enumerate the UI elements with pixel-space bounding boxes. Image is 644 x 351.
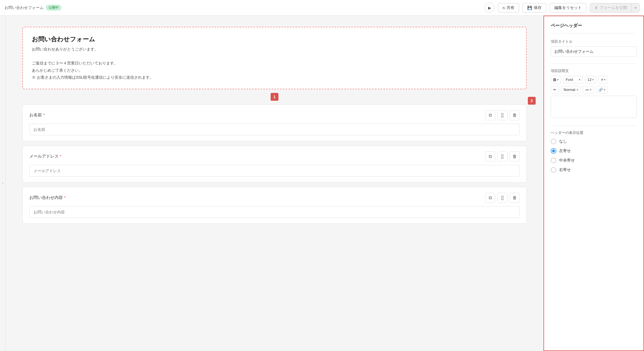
style-button[interactable]: Normal ▾ bbox=[561, 86, 581, 93]
bold-icon: B bbox=[553, 77, 556, 82]
radio-circle-right bbox=[551, 167, 556, 173]
field-label-name: お名前 * bbox=[29, 112, 45, 118]
duplicate-button-email[interactable]: ⧉ bbox=[485, 152, 495, 162]
form-description: お問い合わせありがとうございます。 ご返信までに３〜４営業日いただいております。… bbox=[32, 46, 517, 81]
field-header-name: お名前 * ⧉ ⣿ 🗑 bbox=[29, 110, 520, 120]
field-label-inquiry: お問い合わせ内容 * bbox=[29, 195, 66, 200]
field-actions-name: ⧉ ⣿ 🗑 bbox=[485, 110, 520, 120]
bold-chevron-icon: ▾ bbox=[557, 78, 559, 81]
link-icon: 🔗 bbox=[598, 88, 603, 92]
field-input-email[interactable] bbox=[29, 165, 520, 177]
position-option-right[interactable]: 右寄せ bbox=[551, 167, 637, 173]
breadcrumb: お問い合わせフォーム 公開中 bbox=[4, 5, 61, 11]
toolbar-row-1: B ▾ Font ▾ 12 ▾ ≡ ▾ bbox=[551, 76, 637, 84]
radio-label-center: 中央寄せ bbox=[559, 158, 575, 163]
font-label: Font bbox=[566, 78, 573, 82]
radio-circle-none bbox=[551, 139, 556, 144]
play-icon: ▶ bbox=[488, 6, 491, 10]
save-label: 保存 bbox=[534, 5, 542, 10]
drag-button-name[interactable]: ⣿ bbox=[497, 110, 507, 120]
upload-icon: ⬆ bbox=[595, 6, 598, 10]
style-chevron-icon: ▾ bbox=[577, 88, 578, 91]
reset-label: 編集をリセット bbox=[554, 5, 582, 10]
form-canvas: お問い合わせフォーム お問い合わせありがとうございます。 ご返信までに３〜４営業… bbox=[6, 16, 543, 351]
reset-button[interactable]: 編集をリセット bbox=[550, 3, 586, 13]
required-marker-email: * bbox=[60, 154, 61, 158]
item-title-label: 項目タイトル bbox=[551, 39, 637, 44]
font-button[interactable]: Font ▾ bbox=[563, 76, 583, 83]
align-icon: ≡ bbox=[601, 78, 603, 82]
duplicate-button-name[interactable]: ⧉ bbox=[485, 110, 495, 120]
form-title: お問い合わせフォーム bbox=[32, 35, 517, 44]
field-label-email: メールアドレス * bbox=[29, 154, 61, 159]
share-icon: ⎋ bbox=[503, 6, 505, 10]
item-desc-label: 項目説明文 bbox=[551, 68, 637, 73]
top-nav: お問い合わせフォーム 公開中 ▶ ⎋ 共有 💾 保存 編集をリセット ⬆ フォー… bbox=[0, 0, 644, 16]
link-button[interactable]: 🔗 ▾ bbox=[596, 86, 608, 93]
link-chevron-icon: ▾ bbox=[604, 88, 605, 91]
radio-label-none: なし bbox=[559, 139, 567, 144]
field-input-name[interactable] bbox=[29, 124, 520, 135]
left-sidebar-toggle[interactable]: ‹ bbox=[0, 16, 6, 351]
preview-button[interactable]: ▶ bbox=[485, 3, 495, 13]
item-desc-textarea[interactable] bbox=[551, 96, 637, 118]
delete-button-name[interactable]: 🗑 bbox=[510, 110, 520, 120]
field-input-inquiry[interactable] bbox=[29, 206, 520, 218]
list-chevron-icon: ▾ bbox=[590, 88, 591, 91]
publish-label: フォームを公開 bbox=[600, 5, 627, 10]
save-icon: 💾 bbox=[527, 6, 532, 10]
radio-circle-center bbox=[551, 158, 556, 163]
field-header-inquiry: お問い合わせ内容 * ⧉ ⣿ 🗑 bbox=[29, 193, 520, 203]
drag-button-inquiry[interactable]: ⣿ bbox=[497, 193, 507, 203]
style-label: Normal bbox=[564, 88, 575, 92]
share-button[interactable]: ⎋ 共有 bbox=[498, 3, 519, 13]
delete-button-email[interactable]: 🗑 bbox=[510, 152, 520, 162]
duplicate-button-inquiry[interactable]: ⧉ bbox=[485, 193, 495, 203]
align-button[interactable]: ≡ ▾ bbox=[598, 76, 608, 83]
publish-arrow-button[interactable]: ▾ bbox=[631, 4, 639, 12]
main-layout: ‹ お問い合わせフォーム お問い合わせありがとうございます。 ご返信までに３〜４… bbox=[0, 16, 644, 351]
share-label: 共有 bbox=[507, 5, 514, 10]
radio-label-right: 右寄せ bbox=[559, 167, 571, 172]
field-card-name: お名前 * ⧉ ⣿ 🗑 bbox=[22, 104, 527, 141]
bold-button[interactable]: B ▾ bbox=[551, 76, 561, 84]
edit-button[interactable]: ✏ bbox=[551, 86, 559, 93]
step-connector-1: 1 2 bbox=[22, 89, 527, 104]
radio-label-left: 左寄せ bbox=[559, 148, 571, 153]
field-actions-email: ⧉ ⣿ 🗑 bbox=[485, 152, 520, 162]
required-marker-name: * bbox=[43, 112, 45, 117]
field-card-email: メールアドレス * ⧉ ⣿ 🗑 bbox=[22, 146, 527, 182]
step-badge-2: 2 bbox=[528, 97, 536, 105]
drag-button-email[interactable]: ⣿ bbox=[497, 152, 507, 162]
list-button[interactable]: ≔ ▾ bbox=[583, 86, 594, 93]
field-header-email: メールアドレス * ⧉ ⣿ 🗑 bbox=[29, 152, 520, 162]
size-label: 12 bbox=[588, 78, 591, 82]
panel-title: ページヘッダー bbox=[551, 23, 637, 33]
toolbar-row-2: ✏ Normal ▾ ≔ ▾ 🔗 ▾ bbox=[551, 86, 637, 93]
delete-button-inquiry[interactable]: 🗑 bbox=[510, 193, 520, 203]
radio-circle-left bbox=[551, 148, 556, 154]
size-button[interactable]: 12 ▾ bbox=[585, 76, 596, 83]
step-badge-1: 1 bbox=[271, 93, 278, 101]
save-button[interactable]: 💾 保存 bbox=[523, 3, 546, 13]
form-header-block[interactable]: お問い合わせフォーム お問い合わせありがとうございます。 ご返信までに３〜４営業… bbox=[22, 27, 527, 89]
field-actions-inquiry: ⧉ ⣿ 🗑 bbox=[485, 193, 520, 203]
position-option-none[interactable]: なし bbox=[551, 139, 637, 144]
chevron-left-icon: ‹ bbox=[2, 181, 3, 185]
status-badge: 公開中 bbox=[46, 5, 61, 11]
font-chevron-icon: ▾ bbox=[579, 78, 580, 81]
edit-icon: ✏ bbox=[553, 88, 556, 92]
align-chevron-icon: ▾ bbox=[604, 78, 605, 81]
field-card-inquiry: お問い合わせ内容 * ⧉ ⣿ 🗑 bbox=[22, 187, 527, 224]
app-container: お問い合わせフォーム 公開中 ▶ ⎋ 共有 💾 保存 編集をリセット ⬆ フォー… bbox=[0, 0, 644, 351]
right-panel: ページヘッダー 項目タイトル 項目説明文 B ▾ Font ▾ 12 ▾ bbox=[543, 16, 644, 351]
publish-main-button[interactable]: ⬆ フォームを公開 bbox=[590, 3, 631, 12]
list-icon: ≔ bbox=[585, 88, 589, 92]
chevron-down-icon: ▾ bbox=[635, 6, 636, 10]
position-label: ヘッダーの表示位置 bbox=[551, 130, 637, 135]
breadcrumb-text: お問い合わせフォーム bbox=[4, 5, 44, 10]
position-option-center[interactable]: 中央寄せ bbox=[551, 158, 637, 163]
position-option-left[interactable]: 左寄せ bbox=[551, 148, 637, 154]
item-title-input[interactable] bbox=[551, 46, 637, 57]
required-marker-inquiry: * bbox=[64, 195, 66, 200]
